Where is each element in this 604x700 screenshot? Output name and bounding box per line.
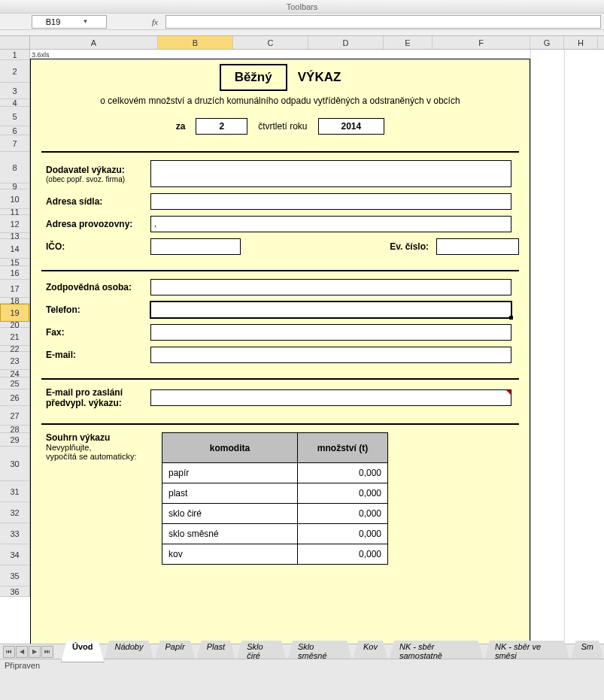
row-header-9[interactable]: 9 xyxy=(0,183,29,189)
row-header-21[interactable]: 21 xyxy=(0,328,29,346)
row-header-17[interactable]: 17 xyxy=(0,280,29,298)
name-box-value: B19 xyxy=(37,17,69,26)
summary-cell-mnozstvi: 0,000 xyxy=(298,483,388,504)
summary-row: sklo čiré0,000 xyxy=(162,504,388,524)
zodp-input[interactable] xyxy=(150,279,511,295)
summary-row: sklo směsné0,000 xyxy=(162,524,388,544)
name-box[interactable]: B19 ▼ xyxy=(32,15,107,29)
row-header-20[interactable]: 20 xyxy=(0,322,29,328)
row-header-26[interactable]: 26 xyxy=(0,389,29,406)
row-header-33[interactable]: 33 xyxy=(0,523,29,544)
adresa-prov-input[interactable]: , xyxy=(150,216,511,232)
summary-cell-komodita: sklo směsné xyxy=(162,524,298,544)
formula-input[interactable] xyxy=(165,15,601,29)
header-section: Běžný VÝKAZ o celkovém množství a druzíc… xyxy=(41,59,519,151)
prefill-email-section: E-mail pro zaslání předvypl. výkazu: xyxy=(41,378,519,423)
row-header-2[interactable]: 2 xyxy=(0,60,29,83)
comment-indicator-icon xyxy=(506,390,511,395)
telefon-input[interactable] xyxy=(150,302,511,318)
row-header-13[interactable]: 13 xyxy=(0,233,29,239)
dodavatel-input[interactable] xyxy=(150,160,511,187)
adresa-sidla-input[interactable] xyxy=(150,193,511,210)
summary-row: plast0,000 xyxy=(162,483,388,504)
row-header-28[interactable]: 28 xyxy=(0,426,29,433)
row-header-15[interactable]: 15 xyxy=(0,259,29,266)
row-header-30[interactable]: 30 xyxy=(0,447,29,481)
column-header-C[interactable]: C xyxy=(233,36,308,49)
sheet-tab[interactable]: Úvod xyxy=(61,641,105,662)
fx-icon[interactable]: fx xyxy=(147,17,162,26)
row-headers: 1234567891011121314151617181920212223242… xyxy=(0,50,30,597)
column-header-F[interactable]: F xyxy=(433,36,530,49)
window-titlebar: Toolbars xyxy=(0,0,604,14)
row-header-1[interactable]: 1 xyxy=(0,50,29,60)
ico-input[interactable] xyxy=(150,238,241,255)
gridline xyxy=(564,50,565,672)
quarter-label: čtvrtletí roku xyxy=(258,121,307,132)
tab-nav-prev[interactable]: ◀ xyxy=(16,646,28,658)
form-area: Běžný VÝKAZ o celkovém množství a druzíc… xyxy=(30,59,530,672)
column-header-B[interactable]: B xyxy=(158,36,233,49)
ev-cislo-input[interactable] xyxy=(436,238,519,255)
column-header-A[interactable]: A xyxy=(30,36,158,49)
summary-table: komodita množství (t) papír0,000plast0,0… xyxy=(162,432,388,565)
contact-section: Zodpovědná osoba: Telefon: Fax: xyxy=(41,270,519,378)
formula-bar: B19 ▼ fx xyxy=(0,14,604,30)
fax-input[interactable] xyxy=(150,324,511,341)
summary-cell-komodita: kov xyxy=(162,544,298,565)
year-input[interactable]: 2014 xyxy=(318,118,385,135)
version-label: 3.6xls xyxy=(30,50,604,59)
fax-label: Fax: xyxy=(41,327,150,338)
sheet-tabs-bar: ⏮ ◀ ▶ ⏭ ÚvodNádobyPapírPlastSklo čiréSkl… xyxy=(0,644,604,659)
summary-cell-mnozstvi: 0,000 xyxy=(298,524,388,544)
column-header-H[interactable]: H xyxy=(564,36,598,49)
column-header-D[interactable]: D xyxy=(308,36,384,49)
toolbar-spacer xyxy=(0,30,604,36)
sheet-body[interactable]: 3.6xls Běžný VÝKAZ o celkovém množství a… xyxy=(30,50,604,672)
row-header-8[interactable]: 8 xyxy=(0,152,29,183)
tab-nav-first[interactable]: ⏮ xyxy=(3,646,15,658)
row-header-12[interactable]: 12 xyxy=(0,215,29,233)
row-header-7[interactable]: 7 xyxy=(0,135,29,152)
row-header-34[interactable]: 34 xyxy=(0,544,29,565)
ev-cislo-label: Ev. číslo: xyxy=(390,241,429,252)
dodavatel-label: Dodavatel výkazu: (obec popř. svoz. firm… xyxy=(41,165,150,183)
summary-row: papír0,000 xyxy=(162,463,388,483)
summary-cell-mnozstvi: 0,000 xyxy=(298,463,388,483)
row-header-35[interactable]: 35 xyxy=(0,565,29,586)
row-header-31[interactable]: 31 xyxy=(0,481,29,502)
tab-nav-last[interactable]: ⏭ xyxy=(41,646,53,658)
row-header-36[interactable]: 36 xyxy=(0,586,29,597)
tab-nav-next[interactable]: ▶ xyxy=(29,646,41,658)
row-header-10[interactable]: 10 xyxy=(0,189,29,209)
email-zaslani-input[interactable] xyxy=(150,389,511,406)
row-header-22[interactable]: 22 xyxy=(0,346,29,352)
row-header-14[interactable]: 14 xyxy=(0,239,29,259)
fill-handle[interactable] xyxy=(509,316,513,320)
column-header-E[interactable]: E xyxy=(384,36,433,49)
row-header-5[interactable]: 5 xyxy=(0,107,29,126)
row-header-3[interactable]: 3 xyxy=(0,83,29,99)
column-header-G[interactable]: G xyxy=(530,36,564,49)
chevron-down-icon[interactable]: ▼ xyxy=(69,18,102,25)
row-header-11[interactable]: 11 xyxy=(0,209,29,215)
row-header-4[interactable]: 4 xyxy=(0,99,29,107)
row-header-25[interactable]: 25 xyxy=(0,377,29,389)
summary-row: kov0,000 xyxy=(162,544,388,565)
row-header-16[interactable]: 16 xyxy=(0,266,29,280)
row-header-24[interactable]: 24 xyxy=(0,370,29,377)
row-header-32[interactable]: 32 xyxy=(0,502,29,523)
row-header-6[interactable]: 6 xyxy=(0,126,29,135)
quarter-input[interactable]: 2 xyxy=(196,118,247,135)
row-header-23[interactable]: 23 xyxy=(0,352,29,370)
row-header-29[interactable]: 29 xyxy=(0,433,29,447)
email-input[interactable] xyxy=(150,347,511,363)
row-header-18[interactable]: 18 xyxy=(0,298,29,304)
column-headers: ABCDEFGH xyxy=(30,36,604,50)
row-header-19[interactable]: 19 xyxy=(0,304,29,322)
summary-cell-mnozstvi: 0,000 xyxy=(298,544,388,565)
summary-cell-komodita: sklo čiré xyxy=(162,504,298,524)
row-header-27[interactable]: 27 xyxy=(0,406,29,426)
za-label: za xyxy=(176,121,186,132)
select-all-corner[interactable] xyxy=(0,36,30,50)
